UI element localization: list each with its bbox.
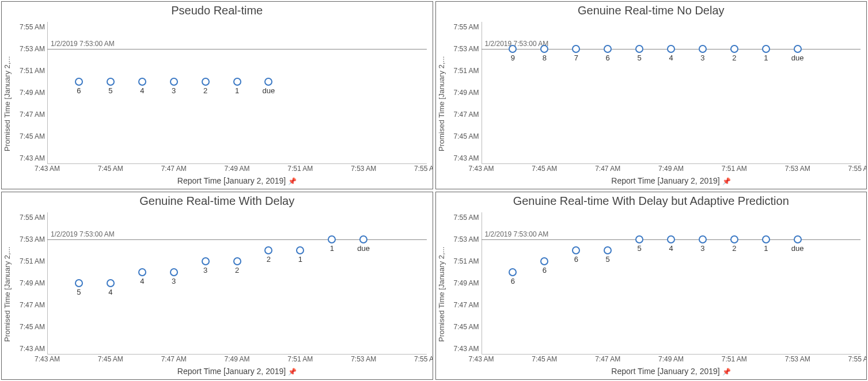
data-point bbox=[730, 235, 738, 243]
x-tick-label: 7:53 AM bbox=[785, 165, 810, 173]
plot-column: 7:43 AM7:45 AM7:47 AM7:49 AM7:51 AM7:53 … bbox=[447, 209, 867, 379]
y-axis-line bbox=[47, 22, 48, 163]
x-tick-label: 7:53 AM bbox=[351, 165, 376, 173]
data-point bbox=[667, 235, 675, 243]
data-point-label: 3 bbox=[203, 266, 207, 275]
y-tick-label: 7:49 AM bbox=[13, 89, 47, 97]
data-point bbox=[604, 45, 612, 53]
data-point-label: 2 bbox=[267, 255, 271, 264]
chart-panel-0: Pseudo Real-timePromised Time [January 2… bbox=[1, 1, 433, 189]
x-axis-line bbox=[47, 354, 427, 355]
data-point-label: 5 bbox=[637, 54, 641, 62]
data-point-label: 6 bbox=[574, 255, 578, 264]
y-tick-label: 7:43 AM bbox=[13, 345, 47, 353]
data-point bbox=[730, 45, 738, 53]
data-point-label: 5 bbox=[637, 244, 641, 253]
data-point bbox=[138, 268, 146, 276]
x-axis-line bbox=[482, 163, 861, 164]
x-tick-label: 7:43 AM bbox=[468, 355, 494, 363]
plot-area: 7:43 AM7:45 AM7:47 AM7:49 AM7:51 AM7:53 … bbox=[447, 209, 867, 355]
x-tick-label: 7:51 AM bbox=[722, 165, 747, 173]
y-tick-label: 7:51 AM bbox=[447, 67, 482, 75]
plot-column: 7:43 AM7:45 AM7:47 AM7:49 AM7:51 AM7:53 … bbox=[447, 18, 867, 189]
y-tick-label: 7:43 AM bbox=[447, 345, 482, 353]
chart-title: Genuine Real-time With Delay but Adaptiv… bbox=[436, 192, 867, 209]
reference-label: 1/2/2019 7:53:00 AM bbox=[51, 40, 115, 49]
x-axis-label: Report Time [January 2, 2019]📌 bbox=[611, 367, 730, 376]
data-point bbox=[699, 45, 707, 53]
y-tick-label: 7:47 AM bbox=[447, 301, 482, 309]
data-point-label: due bbox=[263, 86, 275, 95]
y-tick-label: 7:47 AM bbox=[13, 301, 47, 309]
data-point bbox=[138, 78, 146, 86]
x-tick-label: 7:55 AM bbox=[848, 165, 867, 173]
y-tick-label: 7:53 AM bbox=[13, 235, 47, 243]
data-point bbox=[699, 235, 707, 243]
x-axis: 7:43 AM7:45 AM7:47 AM7:49 AM7:51 AM7:53 … bbox=[13, 355, 433, 379]
data-point-label: 4 bbox=[108, 288, 112, 296]
plot-wrap: Promised Time [January 2,...7:43 AM7:45 … bbox=[2, 209, 433, 379]
x-tick-label: 7:53 AM bbox=[351, 355, 376, 363]
data-point bbox=[572, 246, 580, 254]
data-point-label: 1 bbox=[330, 244, 334, 253]
y-tick-label: 7:43 AM bbox=[13, 154, 47, 162]
data-point-label: 3 bbox=[700, 244, 704, 253]
x-tick-label: 7:55 AM bbox=[414, 165, 433, 173]
y-tick-label: 7:53 AM bbox=[447, 45, 482, 53]
x-tick-label: 7:55 AM bbox=[414, 355, 433, 363]
data-point bbox=[604, 246, 612, 254]
data-point-label: 3 bbox=[172, 277, 176, 285]
data-point bbox=[233, 257, 241, 265]
data-point-label: 6 bbox=[543, 266, 547, 275]
x-tick-label: 7:43 AM bbox=[35, 355, 60, 363]
data-point bbox=[635, 45, 643, 53]
x-tick-label: 7:49 AM bbox=[658, 355, 684, 363]
data-point bbox=[170, 78, 178, 86]
x-axis-label-text: Report Time [January 2, 2019] bbox=[177, 176, 286, 185]
data-point-label: 1 bbox=[764, 54, 768, 62]
x-axis: 7:43 AM7:45 AM7:47 AM7:49 AM7:51 AM7:53 … bbox=[447, 165, 867, 189]
x-axis: 7:43 AM7:45 AM7:47 AM7:49 AM7:51 AM7:53 … bbox=[447, 355, 867, 379]
data-point-label: 6 bbox=[511, 277, 515, 285]
data-point bbox=[202, 257, 210, 265]
x-tick-label: 7:43 AM bbox=[35, 165, 60, 173]
data-point-label: 2 bbox=[235, 266, 239, 275]
data-point bbox=[296, 246, 304, 254]
data-point-label: 4 bbox=[140, 86, 144, 95]
y-tick-label: 7:55 AM bbox=[447, 23, 482, 31]
data-point bbox=[762, 235, 770, 243]
data-point bbox=[509, 268, 517, 276]
data-point-label: 6 bbox=[77, 86, 81, 95]
x-tick-label: 7:55 AM bbox=[848, 355, 867, 363]
y-tick-label: 7:53 AM bbox=[13, 45, 47, 53]
pin-icon: 📌 bbox=[288, 368, 297, 376]
x-tick-label: 7:45 AM bbox=[98, 355, 123, 363]
chart-grid: Pseudo Real-timePromised Time [January 2… bbox=[0, 0, 868, 381]
x-tick-label: 7:47 AM bbox=[595, 165, 620, 173]
x-tick-label: 7:47 AM bbox=[595, 355, 620, 363]
data-point-label: 9 bbox=[511, 54, 515, 62]
plot-column: 7:43 AM7:45 AM7:47 AM7:49 AM7:51 AM7:53 … bbox=[13, 209, 433, 379]
y-axis-label: Promised Time [January 2,... bbox=[2, 209, 13, 379]
data-point-label: 4 bbox=[669, 54, 673, 62]
x-tick-label: 7:47 AM bbox=[161, 165, 187, 173]
data-point bbox=[359, 235, 367, 243]
reference-label: 1/2/2019 7:53:00 AM bbox=[51, 230, 115, 239]
pin-icon: 📌 bbox=[288, 177, 297, 185]
x-tick-label: 7:51 AM bbox=[722, 355, 747, 363]
plot-area: 7:43 AM7:45 AM7:47 AM7:49 AM7:51 AM7:53 … bbox=[447, 18, 867, 165]
data-point-label: 4 bbox=[669, 244, 673, 253]
chart-panel-2: Genuine Real-time With DelayPromised Tim… bbox=[1, 192, 433, 380]
data-point bbox=[540, 45, 548, 53]
y-tick-label: 7:45 AM bbox=[447, 323, 482, 331]
y-tick-label: 7:47 AM bbox=[13, 111, 47, 119]
x-tick-label: 7:49 AM bbox=[224, 355, 249, 363]
y-tick-label: 7:45 AM bbox=[13, 132, 47, 140]
data-point-label: 2 bbox=[203, 86, 207, 95]
data-point-label: 4 bbox=[140, 277, 144, 285]
y-axis-line bbox=[482, 212, 482, 354]
data-point-label: due bbox=[791, 244, 804, 253]
data-point bbox=[540, 257, 548, 265]
data-point-label: 2 bbox=[732, 244, 736, 253]
data-point bbox=[75, 279, 83, 287]
